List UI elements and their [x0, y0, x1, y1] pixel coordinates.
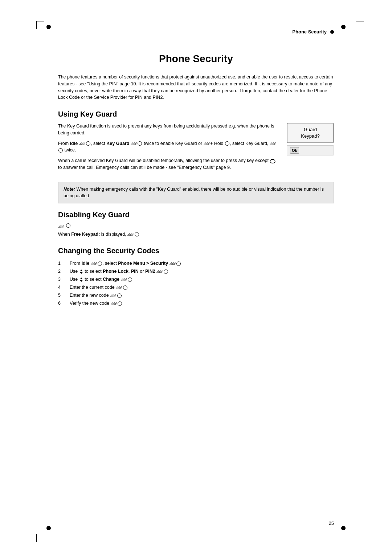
step-3: 3 Use to select Change 𝓀𝓀𝓀: [58, 275, 334, 283]
header-title: Phone Security: [292, 29, 327, 35]
step-1: 1 From Idle 𝓀𝓀𝓀 , select Phone Menu > Se…: [58, 259, 334, 267]
nav-icon-4: 𝓀𝓀𝓀: [270, 141, 275, 147]
nav-icon-3: 𝓀𝓀𝓀: [204, 141, 209, 147]
note-label: Note:: [64, 187, 75, 192]
step1-nav: 𝓀𝓀𝓀: [91, 260, 96, 267]
header-bullet: [330, 30, 334, 34]
disabling-content: 𝓀𝓀𝓀: [58, 223, 334, 230]
svg-marker-2: [80, 270, 83, 271]
note-box: Note: When making emergency calls with t…: [58, 182, 334, 204]
step3-change: Change: [103, 277, 119, 282]
step-num-4: 4: [58, 284, 64, 291]
step3-circle: [128, 278, 132, 282]
step5-nav: 𝓀𝓀𝓀: [110, 292, 115, 299]
step-num-6: 6: [58, 300, 64, 307]
up-down-nav-icon: [79, 269, 83, 274]
step-6-text: Verify the new code 𝓀𝓀𝓀: [70, 300, 122, 307]
page-title: Phone Security: [58, 53, 334, 65]
step-num-5: 5: [58, 292, 64, 299]
step-4-text: Enter the current code 𝓀𝓀𝓀: [70, 284, 128, 291]
note-text: When making emergency calls with the "Ke…: [64, 187, 324, 199]
key-guard-para1: The Key Guard function is used to preven…: [58, 123, 279, 137]
step1-nav2: 𝓀𝓀𝓀: [170, 260, 175, 267]
phone-display-text: GuardKeypad?: [290, 126, 330, 139]
spacer: [311, 147, 318, 154]
changing-security-codes-section: Changing the Security Codes 1 From Idle …: [58, 247, 334, 307]
step1-circle2: [176, 262, 181, 266]
svg-marker-5: [80, 280, 83, 282]
step1-menu: Phone Menu > Security: [118, 261, 168, 266]
key-guard-phone-display: GuardKeypad? Ok: [287, 123, 334, 175]
nav-icon-2: 𝓀𝓀𝓀: [131, 141, 136, 147]
step2-pin: PIN: [131, 269, 139, 274]
step-2-text: Use to select Phone Lock, PIN or PIN2 𝓀𝓀…: [70, 268, 168, 275]
dis-nav-icon-2: 𝓀𝓀𝓀: [127, 231, 133, 238]
up-down-nav-icon-2: [79, 277, 83, 282]
dis-circle-icon-2: [135, 232, 139, 236]
page-number: 25: [329, 520, 334, 526]
step5-circle: [117, 293, 122, 298]
bullet-dot-tr: [341, 25, 346, 29]
ok-button: Ok: [290, 147, 299, 154]
step2-circle: [164, 270, 168, 274]
svg-marker-4: [80, 278, 83, 279]
step-5: 5 Enter the new code 𝓀𝓀𝓀: [58, 291, 334, 299]
step2-nav: 𝓀𝓀𝓀: [156, 268, 162, 275]
step1-idle: Idle: [82, 261, 90, 266]
phone-screen: GuardKeypad?: [287, 123, 334, 143]
bullet-dot-br: [341, 526, 346, 530]
circle-icon-3: [225, 141, 229, 146]
changing-security-heading: Changing the Security Codes: [58, 247, 334, 255]
intro-paragraph: The phone features a number of security …: [58, 74, 334, 101]
page: Phone Security Phone Security The phone …: [0, 0, 392, 555]
using-key-guard-heading: Using Key Guard: [58, 110, 334, 118]
dis-nav-icon: 𝓀𝓀𝓀: [58, 223, 64, 230]
step-5-text: Enter the new code 𝓀𝓀𝓀: [70, 292, 122, 299]
circle-icon-4: [58, 148, 63, 153]
steps-list: 1 From Idle 𝓀𝓀𝓀 , select Phone Menu > Se…: [58, 259, 334, 307]
step-3-text: Use to select Change 𝓀𝓀𝓀: [70, 276, 132, 283]
step2-pin2: PIN2: [145, 269, 155, 274]
dis-circle-icon: [66, 223, 70, 228]
key-guard-label: Key Guard: [106, 141, 129, 146]
step-6: 6 Verify the new code 𝓀𝓀𝓀: [58, 299, 334, 307]
bullet-dot-bl: [46, 526, 51, 530]
bullet-dot-tl: [46, 25, 51, 29]
step-4: 4 Enter the current code 𝓀𝓀𝓀: [58, 283, 334, 291]
idle-label: Idle: [70, 141, 78, 146]
step4-nav: 𝓀𝓀𝓀: [116, 284, 121, 291]
step3-nav: 𝓀𝓀𝓀: [121, 276, 126, 283]
step-2: 2 Use to select Phone Lock, PIN or PIN2 …: [58, 267, 334, 275]
circle-icon-2: [138, 141, 142, 146]
disabling-para: When Free Keypad: is displayed, 𝓀𝓀𝓀: [58, 231, 334, 238]
step6-circle: [118, 301, 122, 306]
step-1-text: From Idle 𝓀𝓀𝓀 , select Phone Menu > Secu…: [70, 260, 181, 267]
step-num-1: 1: [58, 260, 64, 267]
svg-point-0: [270, 159, 275, 163]
phone-soft-buttons: Ok: [287, 145, 334, 155]
nav-icon-1: 𝓀𝓀𝓀: [79, 141, 85, 147]
svg-marker-3: [80, 272, 83, 274]
key-guard-text: The Key Guard function is used to preven…: [58, 123, 279, 175]
key-guard-para3: When a call is received Key Guard will b…: [58, 157, 279, 171]
page-header: Phone Security: [58, 29, 334, 35]
step1-circle: [98, 262, 102, 266]
end-call-icon: [270, 158, 275, 164]
step4-circle: [123, 285, 127, 290]
step2-phonelock: Phone Lock: [103, 269, 128, 274]
key-guard-para2: From Idle 𝓀𝓀𝓀 , select Key Guard 𝓀𝓀𝓀 twi…: [58, 140, 279, 154]
using-key-guard-section: Using Key Guard The Key Guard function i…: [58, 110, 334, 203]
step-num-3: 3: [58, 276, 64, 283]
key-guard-content: The Key Guard function is used to preven…: [58, 123, 334, 175]
step6-nav: 𝓀𝓀𝓀: [111, 300, 116, 307]
circle-icon-1: [86, 141, 90, 146]
step-num-2: 2: [58, 268, 64, 275]
disabling-key-guard-section: Disabling Key Guard 𝓀𝓀𝓀 When Free Keypad…: [58, 211, 334, 238]
disabling-key-guard-heading: Disabling Key Guard: [58, 211, 334, 219]
free-keypad-label: Free Keypad:: [71, 232, 100, 237]
